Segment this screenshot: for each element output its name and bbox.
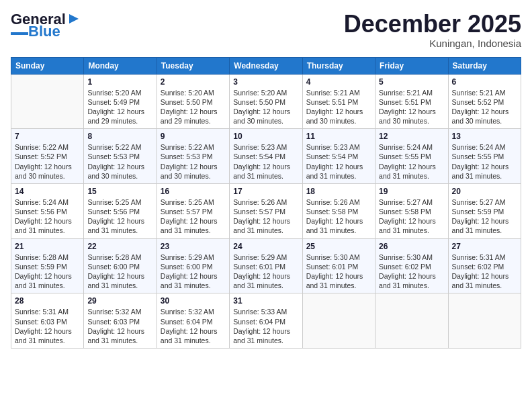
day-info: Sunrise: 5:26 AM Sunset: 5:58 PM Dayligh… xyxy=(306,197,371,236)
day-info: Sunrise: 5:22 AM Sunset: 5:53 PM Dayligh… xyxy=(161,142,226,181)
day-number: 8 xyxy=(87,132,152,141)
table-row: 8Sunrise: 5:22 AM Sunset: 5:53 PM Daylig… xyxy=(84,129,157,184)
day-info: Sunrise: 5:22 AM Sunset: 5:52 PM Dayligh… xyxy=(15,142,80,181)
day-info: Sunrise: 5:26 AM Sunset: 5:57 PM Dayligh… xyxy=(233,197,298,236)
day-number: 2 xyxy=(161,77,226,87)
day-info: Sunrise: 5:30 AM Sunset: 6:02 PM Dayligh… xyxy=(379,253,444,291)
day-number: 24 xyxy=(233,242,298,251)
table-row: 27Sunrise: 5:31 AM Sunset: 6:02 PM Dayli… xyxy=(448,238,521,293)
col-thursday: Thursday xyxy=(302,57,375,74)
table-row: 29Sunrise: 5:32 AM Sunset: 6:03 PM Dayli… xyxy=(84,293,157,349)
table-row: 31Sunrise: 5:33 AM Sunset: 6:04 PM Dayli… xyxy=(230,293,302,349)
day-info: Sunrise: 5:20 AM Sunset: 5:50 PM Dayligh… xyxy=(161,88,226,126)
day-info: Sunrise: 5:32 AM Sunset: 6:03 PM Dayligh… xyxy=(87,307,152,345)
table-row: 23Sunrise: 5:29 AM Sunset: 6:00 PM Dayli… xyxy=(157,238,229,293)
table-row: 5Sunrise: 5:21 AM Sunset: 5:51 PM Daylig… xyxy=(375,74,448,129)
day-info: Sunrise: 5:22 AM Sunset: 5:53 PM Dayligh… xyxy=(87,142,152,181)
svg-marker-0 xyxy=(69,14,79,24)
day-info: Sunrise: 5:21 AM Sunset: 5:51 PM Dayligh… xyxy=(306,88,371,126)
col-wednesday: Wednesday xyxy=(230,57,302,74)
day-info: Sunrise: 5:29 AM Sunset: 6:00 PM Dayligh… xyxy=(161,253,226,291)
day-number: 6 xyxy=(452,77,517,87)
day-info: Sunrise: 5:21 AM Sunset: 5:51 PM Dayligh… xyxy=(379,88,444,126)
table-row: 6Sunrise: 5:21 AM Sunset: 5:52 PM Daylig… xyxy=(448,74,521,129)
col-tuesday: Tuesday xyxy=(157,57,229,74)
table-row: 22Sunrise: 5:28 AM Sunset: 6:00 PM Dayli… xyxy=(84,238,157,293)
day-info: Sunrise: 5:31 AM Sunset: 6:02 PM Dayligh… xyxy=(452,253,517,291)
day-number: 22 xyxy=(87,242,152,251)
day-info: Sunrise: 5:30 AM Sunset: 6:01 PM Dayligh… xyxy=(306,253,371,291)
table-row xyxy=(375,293,448,349)
day-info: Sunrise: 5:28 AM Sunset: 6:00 PM Dayligh… xyxy=(87,253,152,291)
day-number: 18 xyxy=(306,187,371,196)
table-row: 16Sunrise: 5:25 AM Sunset: 5:57 PM Dayli… xyxy=(157,183,229,238)
table-row: 30Sunrise: 5:32 AM Sunset: 6:04 PM Dayli… xyxy=(157,293,229,349)
day-info: Sunrise: 5:32 AM Sunset: 6:04 PM Dayligh… xyxy=(161,307,226,345)
calendar-week-row: 28Sunrise: 5:31 AM Sunset: 6:03 PM Dayli… xyxy=(11,293,521,349)
day-info: Sunrise: 5:21 AM Sunset: 5:52 PM Dayligh… xyxy=(452,88,517,126)
col-monday: Monday xyxy=(84,57,157,74)
day-info: Sunrise: 5:31 AM Sunset: 6:03 PM Dayligh… xyxy=(15,307,80,345)
day-number: 20 xyxy=(452,187,517,196)
day-number: 26 xyxy=(379,242,444,251)
day-info: Sunrise: 5:24 AM Sunset: 5:55 PM Dayligh… xyxy=(452,142,517,181)
table-row: 26Sunrise: 5:30 AM Sunset: 6:02 PM Dayli… xyxy=(375,238,448,293)
table-row: 17Sunrise: 5:26 AM Sunset: 5:57 PM Dayli… xyxy=(230,183,302,238)
day-number: 14 xyxy=(15,187,80,196)
table-row: 14Sunrise: 5:24 AM Sunset: 5:56 PM Dayli… xyxy=(11,183,84,238)
col-friday: Friday xyxy=(375,57,448,74)
day-number: 1 xyxy=(87,77,152,87)
table-row xyxy=(302,293,375,349)
table-row: 9Sunrise: 5:22 AM Sunset: 5:53 PM Daylig… xyxy=(157,129,229,184)
table-row: 25Sunrise: 5:30 AM Sunset: 6:01 PM Dayli… xyxy=(302,238,375,293)
day-number: 17 xyxy=(233,187,298,196)
month-title: December 2025 xyxy=(344,11,521,38)
day-number: 10 xyxy=(233,132,298,141)
table-row: 1Sunrise: 5:20 AM Sunset: 5:49 PM Daylig… xyxy=(84,74,157,129)
day-info: Sunrise: 5:27 AM Sunset: 5:58 PM Dayligh… xyxy=(379,197,444,236)
day-number: 5 xyxy=(379,77,444,87)
table-row: 2Sunrise: 5:20 AM Sunset: 5:50 PM Daylig… xyxy=(157,74,229,129)
calendar-week-row: 7Sunrise: 5:22 AM Sunset: 5:52 PM Daylig… xyxy=(11,129,521,184)
day-info: Sunrise: 5:23 AM Sunset: 5:54 PM Dayligh… xyxy=(306,142,371,181)
day-number: 4 xyxy=(306,77,371,87)
day-number: 19 xyxy=(379,187,444,196)
calendar-week-row: 21Sunrise: 5:28 AM Sunset: 5:59 PM Dayli… xyxy=(11,238,521,293)
table-row: 15Sunrise: 5:25 AM Sunset: 5:56 PM Dayli… xyxy=(84,183,157,238)
title-area: December 2025 Kuningan, Indonesia xyxy=(344,11,521,49)
table-row xyxy=(448,293,521,349)
day-number: 11 xyxy=(306,132,371,141)
col-saturday: Saturday xyxy=(448,57,521,74)
table-row: 20Sunrise: 5:27 AM Sunset: 5:59 PM Dayli… xyxy=(448,183,521,238)
day-number: 15 xyxy=(87,187,152,196)
day-number: 12 xyxy=(379,132,444,141)
logo-blue: Blue xyxy=(28,24,60,39)
day-number: 30 xyxy=(161,296,226,306)
table-row: 10Sunrise: 5:23 AM Sunset: 5:54 PM Dayli… xyxy=(230,129,302,184)
day-number: 9 xyxy=(161,132,226,141)
day-number: 23 xyxy=(161,242,226,251)
day-number: 13 xyxy=(452,132,517,141)
table-row: 13Sunrise: 5:24 AM Sunset: 5:55 PM Dayli… xyxy=(448,129,521,184)
day-number: 29 xyxy=(87,296,152,306)
table-row: 18Sunrise: 5:26 AM Sunset: 5:58 PM Dayli… xyxy=(302,183,375,238)
day-number: 25 xyxy=(306,242,371,251)
day-number: 7 xyxy=(15,132,80,141)
logo-arrow-icon xyxy=(66,11,81,26)
location: Kuningan, Indonesia xyxy=(344,38,521,49)
calendar-header-row: Sunday Monday Tuesday Wednesday Thursday… xyxy=(11,57,521,74)
page-header: General Blue December 2025 Kuningan, Ind… xyxy=(11,11,521,49)
day-info: Sunrise: 5:23 AM Sunset: 5:54 PM Dayligh… xyxy=(233,142,298,181)
table-row: 24Sunrise: 5:29 AM Sunset: 6:01 PM Dayli… xyxy=(230,238,302,293)
table-row: 12Sunrise: 5:24 AM Sunset: 5:55 PM Dayli… xyxy=(375,129,448,184)
day-info: Sunrise: 5:25 AM Sunset: 5:57 PM Dayligh… xyxy=(161,197,226,236)
day-info: Sunrise: 5:33 AM Sunset: 6:04 PM Dayligh… xyxy=(233,307,298,345)
table-row: 21Sunrise: 5:28 AM Sunset: 5:59 PM Dayli… xyxy=(11,238,84,293)
day-number: 31 xyxy=(233,296,298,306)
calendar-week-row: 1Sunrise: 5:20 AM Sunset: 5:49 PM Daylig… xyxy=(11,74,521,129)
day-info: Sunrise: 5:25 AM Sunset: 5:56 PM Dayligh… xyxy=(87,197,152,236)
day-info: Sunrise: 5:20 AM Sunset: 5:49 PM Dayligh… xyxy=(87,88,152,126)
day-number: 3 xyxy=(233,77,298,87)
day-info: Sunrise: 5:28 AM Sunset: 5:59 PM Dayligh… xyxy=(15,253,80,291)
table-row: 28Sunrise: 5:31 AM Sunset: 6:03 PM Dayli… xyxy=(11,293,84,349)
